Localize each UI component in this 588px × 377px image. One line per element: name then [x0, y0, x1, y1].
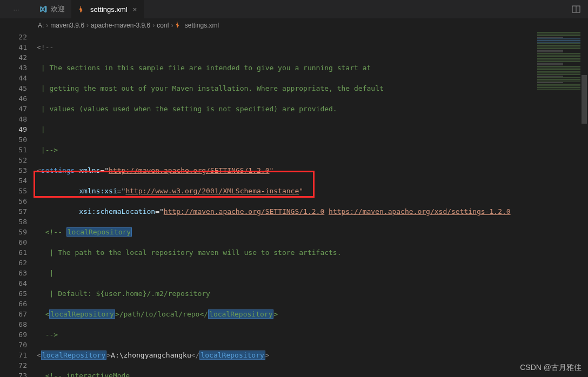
tab-bar: ··· 欢迎 settings.xml ×: [0, 0, 588, 19]
breadcrumb-seg-1[interactable]: maven3.9.6: [50, 22, 84, 29]
vscode-icon: [39, 5, 48, 14]
more-menu[interactable]: ···: [0, 0, 32, 18]
split-editor-icon[interactable]: [564, 0, 588, 18]
tab-file-label: settings.xml: [90, 5, 128, 14]
scrollbar-thumb[interactable]: [582, 75, 587, 124]
breadcrumb: A:› maven3.9.6› apache-maven-3.9.6› conf…: [0, 19, 588, 32]
tab-welcome-label: 欢迎: [51, 4, 65, 14]
editor[interactable]: 2241424344454647484950515253545556575859…: [0, 32, 588, 377]
code-area[interactable]: <!-- | The sections in this sample file …: [37, 32, 588, 377]
minimap[interactable]: [537, 32, 580, 377]
breadcrumb-file[interactable]: settings.xml: [176, 21, 219, 30]
breadcrumb-seg-3[interactable]: conf: [157, 22, 169, 29]
tab-settings-xml[interactable]: settings.xml ×: [72, 0, 144, 18]
line-gutter: 2241424344454647484950515253545556575859…: [0, 32, 37, 377]
tab-welcome[interactable]: 欢迎: [32, 0, 72, 18]
breadcrumb-seg-2[interactable]: apache-maven-3.9.6: [91, 22, 150, 29]
xml-file-icon: [78, 5, 87, 14]
breadcrumb-drive[interactable]: A:: [38, 22, 44, 29]
close-icon[interactable]: ×: [133, 5, 137, 14]
xml-file-icon: [176, 21, 183, 30]
scrollbar[interactable]: [580, 32, 588, 377]
